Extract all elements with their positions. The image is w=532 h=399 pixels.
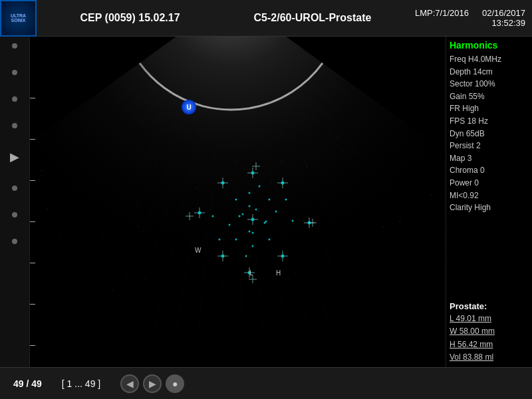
sidebar-dot-5[interactable]	[12, 186, 17, 191]
right-panel: Harmonics Freq H4.0MHzDepth 14cmSector 1…	[446, 37, 532, 367]
frame-range: [ 1 ... 49 ]	[62, 378, 100, 389]
ultrasound-image-area: U W L H	[30, 37, 446, 367]
patient-id: CEP (0059) 15.02.17	[80, 12, 180, 24]
measurement-line: Vol 83.88 ml	[450, 351, 529, 364]
sidebar-arrow[interactable]: ▶	[10, 150, 19, 164]
param-line: Gain 55%	[450, 90, 529, 103]
sidebar-dot-4[interactable]	[12, 123, 17, 128]
param-line: FR High	[450, 102, 529, 115]
measurements-box: Prostate: L 49.01 mmW 58.00 mmH 56.42 mm…	[450, 301, 529, 364]
main-area: ▶ U W L H Harmonics Freq H4.0MHzDepth 14…	[0, 37, 532, 367]
nav-prev-button[interactable]: ◀	[120, 374, 139, 393]
harmonics-title: Harmonics	[450, 40, 529, 51]
param-line: FPS 18 Hz	[450, 115, 529, 128]
sidebar-dot-7[interactable]	[12, 239, 17, 244]
sidebar-dot-1[interactable]	[12, 43, 17, 49]
bottom-bar: 49 / 49 [ 1 ... 49 ] ◀ ▶ ●	[0, 367, 532, 399]
param-line: Dyn 65dB	[450, 128, 529, 140]
param-line: Chroma 0	[450, 164, 529, 177]
measurement-line: H 56.42 mm	[450, 338, 529, 351]
lmp-label: LMP:7/1/2016	[415, 8, 469, 18]
param-line: MI<0.92	[450, 190, 529, 202]
sidebar-dot-2[interactable]	[12, 70, 17, 75]
nav-buttons: ◀ ▶ ●	[120, 374, 184, 393]
measurements-title: Prostate:	[450, 301, 529, 311]
date-label: 02/16/2017	[482, 8, 525, 18]
param-line: Depth 14cm	[450, 66, 529, 78]
l-label: L	[249, 269, 253, 277]
logo: ULTRA SONIX	[0, 0, 37, 37]
h-label: H	[276, 269, 281, 277]
ultrasound-canvas	[30, 37, 446, 367]
param-line: Map 3	[450, 152, 529, 165]
nav-circle-button[interactable]: ●	[166, 374, 184, 393]
params-list: Freq H4.0MHzDepth 14cmSector 100%Gain 55…	[450, 53, 529, 214]
nav-play-button[interactable]: ▶	[143, 374, 162, 393]
left-sidebar: ▶	[0, 37, 30, 367]
w-label: W	[195, 247, 201, 254]
param-line: Clarity High	[450, 201, 529, 214]
header-center: CEP (0059) 15.02.17 C5-2/60-UROL-Prostat…	[37, 12, 415, 24]
measurement-line: W 58.00 mm	[450, 325, 529, 338]
header-right: LMP:7/1/2016 02/16/2017 13:52:39	[415, 8, 532, 28]
param-line: Persist 2	[450, 140, 529, 152]
header: ULTRA SONIX CEP (0059) 15.02.17 C5-2/60-…	[0, 0, 532, 37]
u-marker: U	[182, 100, 196, 114]
measurement-line: L 49.01 mm	[450, 313, 529, 325]
probe-info: C5-2/60-UROL-Prostate	[254, 12, 372, 24]
lmp-date: LMP:7/1/2016 02/16/2017	[415, 8, 525, 18]
param-line: Freq H4.0MHz	[450, 53, 529, 66]
param-line: Sector 100%	[450, 78, 529, 90]
sidebar-dot-3[interactable]	[12, 96, 17, 102]
measurements-lines: L 49.01 mmW 58.00 mmH 56.42 mmVol 83.88 …	[450, 313, 529, 364]
param-line: Power 0	[450, 177, 529, 190]
frame-count: 49 / 49	[13, 378, 42, 389]
sidebar-dot-6[interactable]	[12, 212, 17, 217]
logo-text: ULTRA SONIX	[11, 13, 26, 23]
time-label: 13:52:39	[491, 18, 525, 28]
